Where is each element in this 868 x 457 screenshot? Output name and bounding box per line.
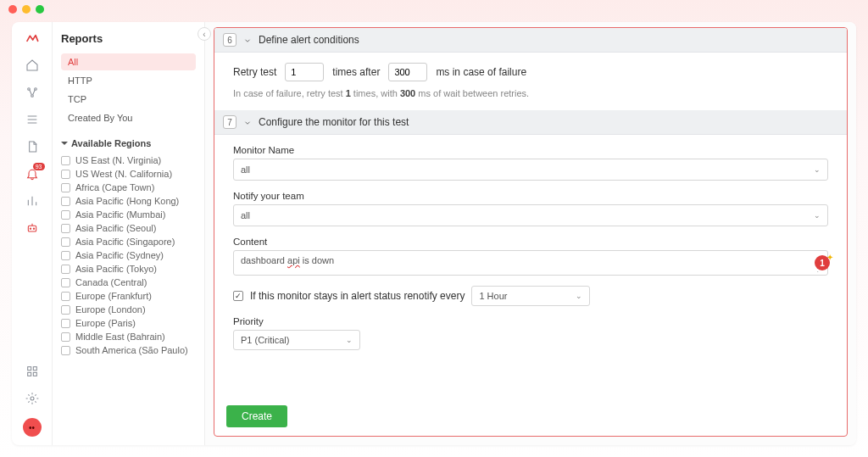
region-item[interactable]: US East (N. Virginia) — [61, 153, 196, 167]
step7-header[interactable]: 7 Configure the monitor for this test — [214, 110, 847, 135]
checkbox[interactable] — [61, 346, 70, 355]
settings-gear-icon[interactable] — [25, 391, 40, 406]
region-item[interactable]: Asia Pacific (Sydney) — [61, 248, 196, 262]
checkbox[interactable] — [61, 319, 70, 328]
document-icon[interactable] — [25, 139, 40, 154]
retry-count-input[interactable] — [285, 63, 324, 81]
chevron-down-icon — [243, 36, 252, 44]
app-window: 93 •• Reports All HTTP TCP Created By Yo… — [12, 22, 856, 445]
filter-item-created-by-you[interactable]: Created By You — [61, 109, 196, 126]
svg-rect-9 — [33, 372, 36, 376]
step-number: 7 — [223, 115, 236, 129]
step7-title: Configure the monitor for this test — [259, 116, 409, 128]
sidebar-collapse-handle[interactable]: ‹ — [198, 27, 211, 41]
regions-header[interactable]: Available Regions — [61, 138, 196, 148]
renotify-label: If this monitor stays in alert status re… — [250, 290, 465, 302]
chevron-down-icon: ⌄ — [346, 336, 353, 344]
checkbox[interactable] — [61, 224, 70, 233]
checkbox[interactable] — [61, 170, 70, 179]
step6-title: Define alert conditions — [259, 34, 359, 46]
notify-label: Notify your team — [233, 191, 828, 201]
retry-wait-input[interactable] — [388, 63, 427, 81]
filter-item-tcp[interactable]: TCP — [61, 91, 196, 108]
region-item[interactable]: Asia Pacific (Singapore) — [61, 235, 196, 248]
regions-header-label: Available Regions — [71, 138, 151, 148]
notify-team-select[interactable]: all ⌄ — [233, 204, 828, 226]
checkbox[interactable] — [61, 237, 70, 247]
checkbox[interactable] — [61, 183, 70, 192]
checkbox[interactable] — [61, 251, 70, 260]
renotify-checkbox[interactable]: ✓ — [233, 291, 243, 301]
step6-body: Retry test times after ms in case of fai… — [214, 53, 847, 110]
svg-point-2 — [31, 95, 33, 98]
sidebar: Reports All HTTP TCP Created By You Avai… — [53, 22, 205, 445]
monitor-name-label: Monitor Name — [233, 145, 828, 155]
sidebar-title: Reports — [61, 32, 196, 45]
monitor-name-value: all — [241, 164, 250, 175]
filter-item-all[interactable]: All — [61, 53, 196, 70]
priority-select[interactable]: P1 (Critical) ⌄ — [233, 330, 360, 350]
zoom-dot[interactable] — [36, 5, 44, 14]
region-item[interactable]: US West (N. California) — [61, 167, 196, 181]
region-item[interactable]: Asia Pacific (Mumbai) — [61, 208, 196, 221]
filter-item-http[interactable]: HTTP — [61, 72, 196, 89]
retry-label-b: times after — [332, 66, 380, 78]
checkbox[interactable] — [61, 332, 70, 342]
icon-rail: 93 •• — [12, 22, 53, 445]
region-item[interactable]: Asia Pacific (Seoul) — [61, 221, 196, 235]
checkbox[interactable] — [61, 265, 70, 274]
step6-header[interactable]: 6 Define alert conditions — [214, 28, 847, 53]
step7-body: Monitor Name all ⌄ Notify your team all … — [214, 135, 847, 372]
notification-badge: 93 — [33, 163, 45, 170]
svg-point-4 — [30, 228, 31, 229]
region-item[interactable]: Asia Pacific (Hong Kong) — [61, 194, 196, 208]
main-area: ‹ 6 Define alert conditions Retry test t… — [205, 22, 856, 445]
chevron-down-icon: ⌄ — [814, 165, 821, 174]
chevron-down-icon: ⌄ — [814, 211, 821, 220]
list-icon[interactable] — [25, 112, 40, 127]
notify-value: all — [241, 210, 250, 220]
form-container: 6 Define alert conditions Retry test tim… — [214, 27, 848, 437]
renotify-value: 1 Hour — [479, 291, 507, 301]
svg-rect-3 — [28, 226, 36, 231]
region-item[interactable]: Europe (Paris) — [61, 316, 196, 330]
chevron-down-icon — [243, 118, 252, 126]
checkbox[interactable] — [61, 278, 70, 287]
checkbox[interactable] — [61, 197, 70, 206]
user-avatar[interactable]: •• — [23, 418, 42, 437]
content-textarea[interactable]: dashboard api is down ⋰ — [233, 250, 828, 276]
retry-label-a: Retry test — [233, 66, 276, 78]
region-item[interactable]: Africa (Cape Town) — [61, 181, 196, 194]
checkbox[interactable] — [61, 156, 70, 165]
retry-hint: In case of failure, retry test 1 times, … — [233, 88, 828, 98]
checkbox[interactable] — [61, 292, 70, 301]
checkbox[interactable] — [61, 305, 70, 315]
svg-point-10 — [31, 397, 34, 400]
robot-icon[interactable] — [25, 220, 40, 236]
region-item[interactable]: Europe (London) — [61, 303, 196, 316]
region-item[interactable]: Europe (Frankfurt) — [61, 289, 196, 303]
bar-chart-icon[interactable] — [25, 193, 40, 209]
collapse-triangle-icon — [61, 142, 68, 145]
svg-rect-8 — [27, 372, 31, 376]
svg-rect-7 — [33, 367, 36, 371]
region-item[interactable]: Asia Pacific (Tokyo) — [61, 262, 196, 276]
home-icon[interactable] — [25, 58, 40, 73]
content-error-badge[interactable]: 1 — [815, 255, 830, 270]
window-traffic-lights — [0, 0, 868, 19]
region-item[interactable]: Middle East (Bahrain) — [61, 330, 196, 343]
priority-value: P1 (Critical) — [241, 335, 289, 345]
app-logo-icon — [25, 31, 40, 46]
region-item[interactable]: Canada (Central) — [61, 276, 196, 289]
nodes-icon[interactable] — [25, 85, 40, 100]
region-item[interactable]: South America (São Paulo) — [61, 343, 196, 357]
bell-icon[interactable]: 93 — [25, 166, 40, 181]
create-button[interactable]: Create — [226, 405, 287, 427]
close-dot[interactable] — [8, 5, 17, 14]
content-label: Content — [233, 237, 828, 247]
checkbox[interactable] — [61, 210, 70, 220]
apps-grid-icon[interactable] — [25, 364, 40, 379]
minimize-dot[interactable] — [22, 5, 31, 14]
renotify-interval-select[interactable]: 1 Hour ⌄ — [471, 286, 590, 306]
monitor-name-select[interactable]: all ⌄ — [233, 159, 828, 181]
